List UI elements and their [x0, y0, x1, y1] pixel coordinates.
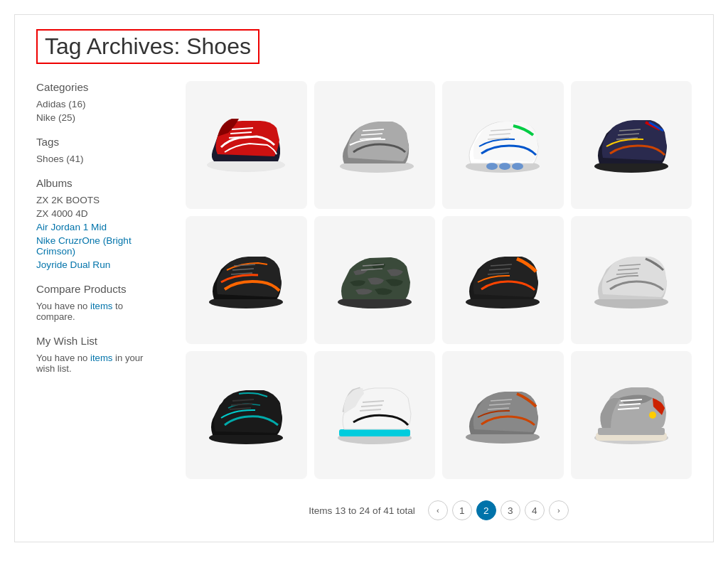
grid-rows [186, 81, 692, 479]
sidebar-item-airjordan[interactable]: Air Jordan 1 Mid [36, 222, 164, 232]
product-card-12[interactable] [571, 351, 692, 479]
wishlist-text: You have no items in your wish list. [36, 353, 164, 374]
wishlist-items-link[interactable]: items [90, 353, 112, 363]
compare-text: You have no items to compare. [36, 301, 164, 322]
pagination-prev[interactable]: ‹ [428, 500, 448, 520]
product-card-3[interactable] [442, 81, 564, 209]
categories-heading: Categories [36, 81, 164, 93]
wishlist-heading: My Wish List [36, 335, 164, 347]
compare-items-link[interactable]: items [90, 301, 112, 311]
compare-heading: Compare Products [36, 283, 164, 295]
sidebar-item-zx4000[interactable]: ZX 4000 4D [36, 208, 164, 219]
product-card-5[interactable] [186, 216, 307, 344]
product-row-3 [186, 351, 692, 479]
shoe-image-12 [585, 385, 678, 446]
pagination-info: Items 13 to 24 of 41 total [309, 505, 415, 516]
shoe-image-4 [585, 115, 678, 176]
shoe-image-2 [328, 115, 421, 176]
shoe-image-9 [200, 385, 292, 446]
product-card-8[interactable] [571, 216, 692, 344]
pagination-page-4[interactable]: 4 [525, 500, 545, 520]
pagination-page-3[interactable]: 3 [500, 500, 520, 520]
pagination-page-2[interactable]: 2 [476, 500, 496, 520]
shoe-image-10 [328, 385, 421, 446]
sidebar-item-nikecruzone[interactable]: Nike CruzrOne (Bright Crimson) [36, 235, 164, 257]
product-card-7[interactable] [442, 216, 564, 344]
product-row-1 [186, 81, 692, 209]
tags-heading: Tags [36, 136, 164, 148]
product-row-2 [186, 216, 692, 344]
sidebar: Categories Adidas (16) Nike (25) Tags Sh… [36, 81, 164, 520]
shoe-image-1 [200, 115, 292, 176]
product-card-11[interactable] [442, 351, 564, 479]
svg-point-14 [512, 163, 523, 170]
sidebar-item-shoes-tag[interactable]: Shoes (41) [36, 154, 164, 164]
page-wrapper: Tag Archives: Shoes Categories Adidas (1… [14, 14, 714, 542]
product-card-1[interactable] [186, 81, 307, 209]
product-card-9[interactable] [186, 351, 307, 479]
sidebar-item-zx2k[interactable]: ZX 2K BOOTS [36, 195, 164, 205]
product-card-10[interactable] [314, 351, 436, 479]
svg-point-12 [486, 163, 498, 170]
pagination-next[interactable]: › [549, 500, 569, 520]
albums-heading: Albums [36, 177, 164, 189]
shoe-image-5 [200, 250, 292, 311]
svg-rect-40 [339, 429, 410, 436]
svg-rect-50 [598, 428, 665, 435]
product-card-6[interactable] [314, 216, 436, 344]
shoe-image-6 [328, 250, 421, 311]
sidebar-item-joyride[interactable]: Joyride Dual Run [36, 259, 164, 270]
shoe-image-3 [456, 115, 549, 176]
shoe-image-8 [585, 250, 678, 311]
sidebar-item-adidas[interactable]: Adidas (16) [36, 99, 164, 109]
product-card-4[interactable] [571, 81, 692, 209]
products-grid: Items 13 to 24 of 41 total ‹ 1 2 3 4 › [186, 81, 692, 520]
shoe-image-11 [456, 385, 549, 446]
shoe-image-7 [456, 250, 549, 311]
content-layout: Categories Adidas (16) Nike (25) Tags Sh… [36, 81, 692, 520]
pagination: Items 13 to 24 of 41 total ‹ 1 2 3 4 › [186, 500, 692, 520]
pagination-page-1[interactable]: 1 [452, 500, 472, 520]
svg-point-13 [499, 163, 510, 170]
product-card-2[interactable] [314, 81, 436, 209]
sidebar-item-nike[interactable]: Nike (25) [36, 112, 164, 123]
svg-point-54 [649, 412, 656, 419]
page-title: Tag Archives: Shoes [36, 29, 259, 64]
